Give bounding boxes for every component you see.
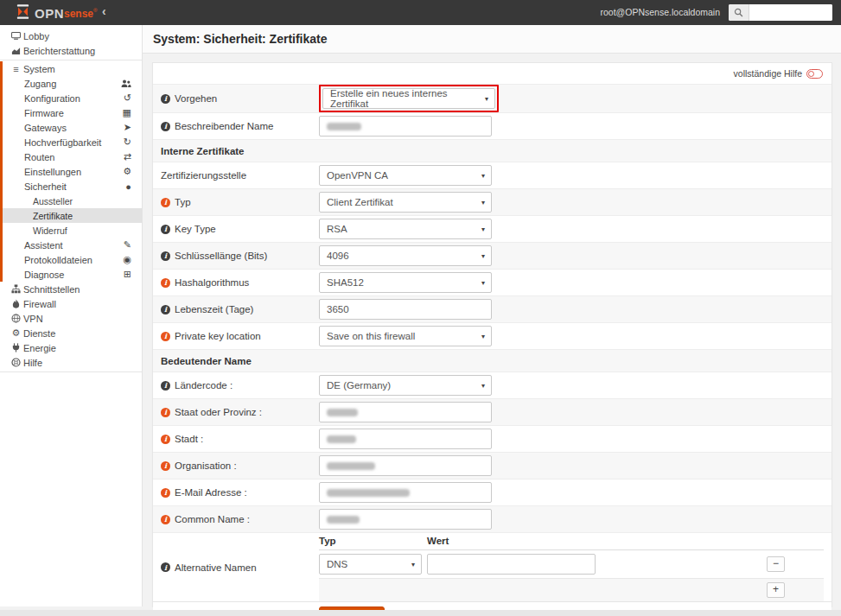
sidebar-item-firewall[interactable]: Firewall xyxy=(0,296,142,311)
sidebar-item-assistent[interactable]: Assistent✎ xyxy=(0,238,142,252)
typ-select[interactable]: Client Zertifikat▾ xyxy=(319,192,492,213)
alt-name-type-select[interactable]: DNS▾ xyxy=(319,554,422,575)
sidebar-item-vpn[interactable]: VPN xyxy=(0,311,142,326)
sidebar-item-protokolldateien[interactable]: Protokolldateien◉ xyxy=(0,252,142,267)
sidebar-item-dienste[interactable]: ⚙Dienste xyxy=(0,326,142,340)
beschreibender-name-input[interactable] xyxy=(319,116,492,137)
chevron-down-icon: ▾ xyxy=(481,333,485,340)
search-input[interactable] xyxy=(749,4,832,21)
field-label-stadt: iStadt : xyxy=(161,434,319,444)
desktop-icon xyxy=(9,31,23,41)
sidebar-item-widerruf[interactable]: Widerruf xyxy=(0,223,142,238)
sidebar-item-label: Zugang xyxy=(24,79,56,89)
section-title: Bedeutender Name xyxy=(161,356,252,366)
input-value: 3650 xyxy=(327,304,349,314)
field-control-zertifizierungsstelle: OpenVPN CA▾ xyxy=(319,165,824,186)
sidebar-item-label: Berichterstattung xyxy=(23,46,95,56)
form-row-staat-oder-provinz: iStaat oder Provinz : xyxy=(153,398,831,425)
sidebar-collapse-icon[interactable]: ‹ xyxy=(102,0,106,25)
sidebar-item-konfiguration[interactable]: Konfiguration↺ xyxy=(0,91,142,105)
selected-value: RSA xyxy=(327,224,347,234)
selected-value: Save on this firewall xyxy=(327,331,415,341)
sidebar-item-system[interactable]: ≡System xyxy=(0,61,142,76)
field-label-text: Organisation : xyxy=(175,460,237,471)
sidebar-item-schnittstellen[interactable]: Schnittstellen xyxy=(0,282,142,296)
form-row-bedeutender-name: Bedeutender Name xyxy=(153,349,831,372)
gear-icon: ⚙ xyxy=(9,327,23,339)
logged-in-user: root@OPNsense.localdomain xyxy=(601,0,720,25)
sidebar-item-label: Firewall xyxy=(23,299,56,309)
sidebar-item-hilfe[interactable]: Hilfe xyxy=(0,355,142,370)
full-help-label: vollständige Hilfe xyxy=(734,68,802,79)
opnsense-brand[interactable]: OPNsense® xyxy=(15,3,97,23)
form-row-lebenszeit-tage: iLebenszeit (Tage)3650 xyxy=(153,295,831,322)
lebenszeit-tage-input[interactable]: 3650 xyxy=(319,299,492,320)
field-label-e-mail-adresse: iE-Mail Adresse : xyxy=(161,487,319,498)
organisation-input[interactable] xyxy=(319,455,492,476)
remove-row-button[interactable]: − xyxy=(767,556,785,572)
location-arrow-icon: ➤ xyxy=(124,122,131,133)
key-type-select[interactable]: RSA▾ xyxy=(319,219,492,239)
field-label-text: Vorgehen xyxy=(175,93,217,104)
info-icon: i xyxy=(161,515,170,524)
sidebar-item-label: Konfiguration xyxy=(24,93,80,104)
certificate-form-panel: vollständige Hilfe iVorgehenErstelle ein… xyxy=(152,62,832,606)
e-mail-adresse-input[interactable] xyxy=(319,482,492,503)
sidebar-item-label: Gateways xyxy=(24,123,67,133)
redacted-value xyxy=(327,123,361,130)
sidebar-item-firmware[interactable]: Firmware▦ xyxy=(0,105,142,120)
private-key-location-select[interactable]: Save on this firewall▾ xyxy=(319,326,492,346)
form-row-organisation: iOrganisation : xyxy=(153,452,831,479)
selected-value: 4096 xyxy=(327,251,349,261)
form-row-vorgehen: iVorgehenErstelle ein neues internes Zer… xyxy=(153,84,831,112)
fire-icon xyxy=(9,299,23,308)
info-icon: i xyxy=(161,278,170,288)
sidebar-item-diagnose[interactable]: Diagnose⊞ xyxy=(0,267,142,282)
chevron-down-icon: ▾ xyxy=(481,225,485,233)
sidebar-item-energie[interactable]: Energie xyxy=(0,340,142,355)
sidebar-divider xyxy=(0,60,142,60)
hashalgorithmus-select[interactable]: SHA512▾ xyxy=(319,272,492,293)
sidebar-item-einstellungen[interactable]: Einstellungen⚙ xyxy=(0,164,142,179)
schlussellange-bits-select[interactable]: 4096▾ xyxy=(319,245,492,266)
redacted-value xyxy=(327,409,358,416)
sidebar-item-zertifikate[interactable]: Zertifikate xyxy=(0,208,142,223)
sidebar-item-gateways[interactable]: Gateways➤ xyxy=(0,120,142,135)
field-control-e-mail-adresse xyxy=(319,482,824,503)
alt-name-value-input[interactable] xyxy=(427,554,596,575)
field-label-typ: iTyp xyxy=(161,197,319,207)
sidebar-item-hochverfugbarkeit[interactable]: Hochverfügbarkeit↻ xyxy=(0,135,142,149)
sidebar-item-zugang[interactable]: Zugang xyxy=(0,76,142,91)
highlight-box: Erstelle ein neues internes Zertifikat▾ xyxy=(319,85,499,112)
info-icon: i xyxy=(161,225,170,234)
sidebar-item-label: Routen xyxy=(24,152,54,162)
sitemap-icon xyxy=(9,284,23,294)
users-icon xyxy=(121,79,131,89)
opnsense-screen: OPNsense® ‹ root@OPNsense.localdomain Lo… xyxy=(0,0,841,616)
common-name-input[interactable] xyxy=(319,509,492,530)
sidebar-item-label: Widerruf xyxy=(33,225,67,236)
area-chart-icon xyxy=(9,46,23,55)
sidebar-item-lobby[interactable]: Lobby xyxy=(0,29,142,43)
field-label-alternative-namen: iAlternative Namen xyxy=(161,562,319,573)
sidebar-item-aussteller[interactable]: Aussteller xyxy=(0,194,142,208)
zertifizierungsstelle-select[interactable]: OpenVPN CA▾ xyxy=(319,165,492,186)
staat-oder-provinz-input[interactable] xyxy=(319,402,492,422)
field-label-text: Key Type xyxy=(175,224,216,234)
field-label-beschreibender-name: iBeschreibender Name xyxy=(161,121,319,131)
vorgehen-select[interactable]: Erstelle ein neues internes Zertifikat▾ xyxy=(322,88,495,109)
sidebar-item-berichterstattung[interactable]: Berichterstattung xyxy=(0,43,142,58)
brand-registered-mark: ® xyxy=(93,8,97,13)
brand-sense-text: sense xyxy=(64,8,93,20)
form-row-private-key-location: iPrivate key locationSave on this firewa… xyxy=(153,322,831,349)
stadt-input[interactable] xyxy=(319,429,492,449)
form-row-alternative-namen: iAlternative NamenTypWertDNS▾−+ xyxy=(153,532,831,601)
sidebar-item-routen[interactable]: Routen⇄ xyxy=(0,149,142,164)
full-help-toggle-icon[interactable] xyxy=(806,69,823,79)
sidebar-item-label: VPN xyxy=(23,314,43,324)
landercode-select[interactable]: DE (Germany)▾ xyxy=(319,375,492,396)
info-icon: i xyxy=(161,332,170,341)
sidebar-item-sicherheit[interactable]: Sicherheit● xyxy=(0,179,142,194)
add-row-button[interactable]: + xyxy=(767,582,785,598)
chevron-down-icon: ▾ xyxy=(481,382,485,390)
